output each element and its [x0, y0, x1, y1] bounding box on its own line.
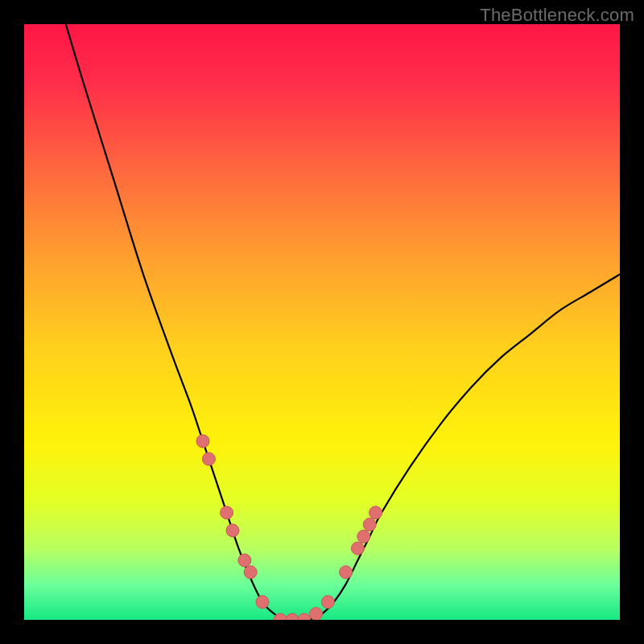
marker-point	[369, 506, 382, 519]
bottleneck-chart	[24, 24, 620, 620]
marker-point	[357, 530, 370, 543]
marker-point	[256, 596, 269, 609]
marker-point	[340, 566, 353, 579]
marker-point	[363, 518, 376, 531]
marker-point	[244, 566, 257, 579]
chart-frame	[24, 24, 620, 620]
marker-point	[221, 506, 233, 519]
marker-point	[196, 435, 209, 448]
marker-point	[238, 554, 251, 567]
marker-point	[202, 452, 215, 465]
watermark-text: TheBottleneck.com	[480, 5, 634, 26]
marker-point	[321, 596, 334, 609]
marker-point	[226, 524, 239, 537]
marker-point	[310, 608, 323, 620]
gradient-background	[24, 24, 620, 620]
marker-point	[351, 542, 364, 555]
